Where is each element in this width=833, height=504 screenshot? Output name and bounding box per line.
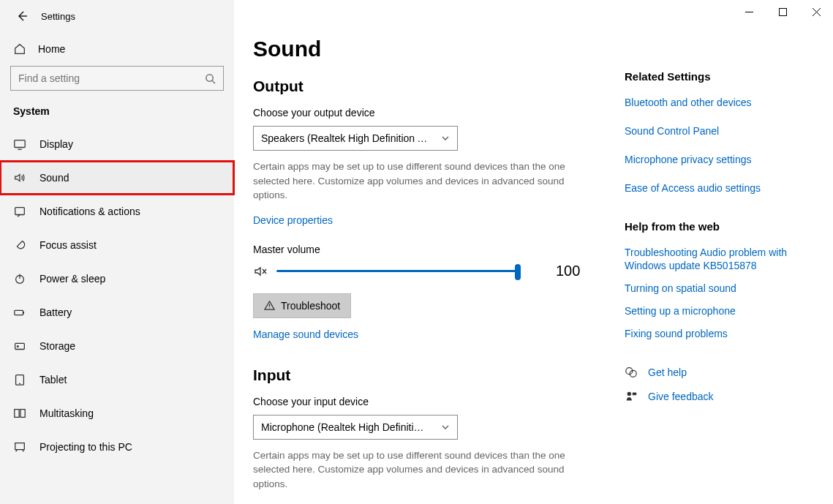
svg-rect-4 <box>15 310 23 315</box>
sidebar-item-label: Projecting to this PC <box>39 441 132 453</box>
storage-icon <box>13 339 26 353</box>
input-device-value: Microphone (Realtek High Definitio… <box>261 421 429 433</box>
input-helper: Certain apps may be set up to use differ… <box>253 448 582 492</box>
back-icon[interactable] <box>16 10 28 22</box>
right-column: Related Settings Bluetooth and other dev… <box>625 0 815 504</box>
svg-rect-15 <box>633 393 636 396</box>
sidebar-item-notifications[interactable]: Notifications & actions <box>0 195 234 228</box>
projecting-icon <box>13 440 26 454</box>
sidebar-item-sound[interactable]: Sound <box>0 161 234 195</box>
give-feedback-link[interactable]: Give feedback <box>648 390 714 404</box>
titlebar: Settings <box>0 6 234 35</box>
close-button[interactable] <box>799 0 833 23</box>
chevron-down-icon <box>441 423 450 432</box>
warning-icon <box>264 300 275 311</box>
page-title: Sound <box>253 37 610 61</box>
help-link-spatial-sound[interactable]: Turning on spatial sound <box>625 282 807 296</box>
sidebar-home[interactable]: Home <box>0 35 234 63</box>
search-icon <box>205 73 216 84</box>
sidebar-item-label: Multitasking <box>39 407 94 419</box>
svg-rect-8 <box>15 410 19 418</box>
get-help-row[interactable]: Get help <box>625 366 807 380</box>
related-link-mic-privacy[interactable]: Microphone privacy settings <box>625 153 807 167</box>
sidebar-item-label: Storage <box>39 340 75 352</box>
content: Sound Output Choose your output device S… <box>234 0 625 504</box>
troubleshoot-label: Troubleshoot <box>281 300 340 312</box>
sidebar-item-projecting[interactable]: Projecting to this PC <box>0 430 234 464</box>
sidebar-item-tablet[interactable]: Tablet <box>0 363 234 396</box>
sidebar-item-label: Focus assist <box>39 239 97 251</box>
sidebar-nav: Display Sound Notifications & actions Fo… <box>0 127 234 464</box>
sidebar-item-label: Notifications & actions <box>39 206 140 217</box>
tablet-icon <box>13 373 26 386</box>
maximize-button[interactable] <box>766 0 799 23</box>
related-settings-heading: Related Settings <box>625 70 807 83</box>
input-heading: Input <box>253 366 610 384</box>
multitasking-icon <box>13 407 26 420</box>
help-link-setup-mic[interactable]: Setting up a microphone <box>625 304 807 318</box>
manage-sound-devices-link[interactable]: Manage sound devices <box>253 328 358 340</box>
output-helper: Certain apps may be set up to use differ… <box>253 159 582 203</box>
related-link-ease-access[interactable]: Ease of Access audio settings <box>625 181 807 195</box>
window-controls <box>732 0 833 23</box>
master-volume-value: 100 <box>556 263 580 279</box>
master-volume-row: 100 <box>253 263 610 280</box>
svg-rect-5 <box>15 343 25 349</box>
sidebar-section: System <box>0 101 234 127</box>
sidebar-item-label: Battery <box>39 306 72 318</box>
help-link-fixing-sound[interactable]: Fixing sound problems <box>625 327 807 341</box>
output-device-properties-link[interactable]: Device properties <box>253 214 333 226</box>
output-device-value: Speakers (Realtek High Definition A… <box>261 132 429 144</box>
main: Sound Output Choose your output device S… <box>234 0 833 504</box>
sidebar-item-label: Power & sleep <box>39 273 105 285</box>
sidebar-item-label: Sound <box>39 172 69 184</box>
get-help-icon <box>625 366 638 379</box>
window-title: Settings <box>41 11 75 22</box>
sound-icon <box>13 171 26 184</box>
sidebar-item-focus[interactable]: Focus assist <box>0 228 234 262</box>
svg-rect-2 <box>15 208 25 215</box>
sidebar-home-label: Home <box>38 43 65 55</box>
power-icon <box>13 272 26 285</box>
sidebar: Settings Home System Display <box>0 0 234 504</box>
master-volume-slider[interactable] <box>276 263 518 280</box>
feedback-icon <box>625 390 638 403</box>
output-heading: Output <box>253 78 610 95</box>
sidebar-item-label: Display <box>39 138 73 150</box>
mute-icon[interactable] <box>253 264 268 279</box>
sidebar-item-multitasking[interactable]: Multitasking <box>0 396 234 430</box>
give-feedback-row[interactable]: Give feedback <box>625 390 807 404</box>
master-volume-label: Master volume <box>253 244 610 255</box>
svg-point-6 <box>17 346 18 347</box>
minimize-button[interactable] <box>732 0 766 23</box>
search-field[interactable] <box>18 72 205 84</box>
display-icon <box>13 138 26 151</box>
svg-rect-1 <box>15 140 25 148</box>
svg-point-14 <box>627 392 631 396</box>
sidebar-item-battery[interactable]: Battery <box>0 296 234 329</box>
sidebar-item-label: Tablet <box>39 374 67 385</box>
help-heading: Help from the web <box>625 220 807 233</box>
svg-rect-11 <box>779 8 786 15</box>
input-device-label: Choose your input device <box>253 396 610 407</box>
search-input[interactable] <box>10 66 224 91</box>
svg-rect-9 <box>20 410 25 418</box>
output-device-label: Choose your output device <box>253 107 610 119</box>
sidebar-item-display[interactable]: Display <box>0 127 234 161</box>
related-link-bluetooth[interactable]: Bluetooth and other devices <box>625 96 807 110</box>
output-device-combo[interactable]: Speakers (Realtek High Definition A… <box>253 126 458 151</box>
input-device-combo[interactable]: Microphone (Realtek High Definitio… <box>253 415 458 440</box>
sidebar-item-power[interactable]: Power & sleep <box>0 262 234 296</box>
get-help-link[interactable]: Get help <box>648 366 687 380</box>
help-link-troubleshoot-audio[interactable]: Troubleshooting Audio problem with Windo… <box>625 246 807 274</box>
chevron-down-icon <box>441 134 450 143</box>
battery-icon <box>13 306 26 319</box>
troubleshoot-button[interactable]: Troubleshoot <box>253 293 351 318</box>
home-icon <box>13 42 26 56</box>
focus-icon <box>13 238 26 252</box>
svg-rect-10 <box>15 443 25 450</box>
sidebar-item-storage[interactable]: Storage <box>0 329 234 363</box>
svg-point-0 <box>206 74 213 80</box>
related-link-sound-control[interactable]: Sound Control Panel <box>625 124 807 138</box>
notifications-icon <box>13 205 26 218</box>
